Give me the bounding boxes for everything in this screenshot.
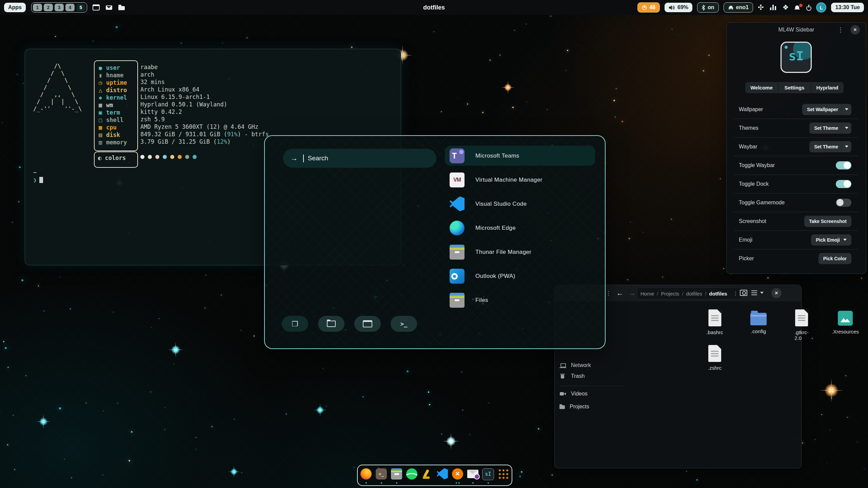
taskbar-shortcut-icon[interactable] bbox=[106, 5, 112, 10]
network-badge[interactable]: eno1 bbox=[724, 2, 753, 13]
clock[interactable]: 13:30 Tue bbox=[831, 3, 864, 12]
breadcrumb-menu-icon[interactable]: ⋮ bbox=[733, 290, 738, 297]
workspace-button[interactable]: 2 bbox=[44, 4, 53, 11]
themes-dropdown-icon[interactable] bbox=[842, 122, 851, 134]
launcher-app-row[interactable]: Thunar File Manager bbox=[445, 242, 595, 262]
waybar-toggle[interactable] bbox=[836, 161, 851, 169]
launcher-quick-button[interactable] bbox=[318, 316, 344, 332]
fastfetch-value: raabe bbox=[140, 63, 269, 71]
set-theme-button[interactable]: Set Theme bbox=[809, 122, 851, 134]
folder-file-icon bbox=[750, 313, 767, 325]
volume-badge[interactable]: 69% bbox=[665, 3, 692, 12]
wallpaper-star bbox=[462, 410, 463, 410]
sidebar-tab[interactable]: Hyprland bbox=[811, 82, 844, 93]
temperature-badge[interactable]: 48 bbox=[637, 2, 660, 13]
fastfetch-value: kitty 0.42.2 bbox=[140, 108, 269, 116]
pick-emoji-button[interactable]: Pick Emoji bbox=[811, 234, 851, 245]
fm-sidebar-item-network[interactable]: Network bbox=[559, 362, 591, 368]
sidebar-tab[interactable]: Settings bbox=[778, 82, 811, 93]
take-screenshot-button[interactable]: Take Screenshot bbox=[804, 216, 851, 227]
launcher-app-row[interactable]: Visual Studio Code bbox=[445, 194, 595, 214]
wallpaper-dropdown-icon[interactable] bbox=[842, 104, 851, 115]
set-wallpaper-button[interactable]: Set Wallpaper bbox=[802, 104, 851, 115]
status-icon[interactable] bbox=[795, 5, 800, 10]
emoji-row: Emoji Pick Emoji bbox=[727, 230, 866, 249]
sidebar-tab[interactable]: Welcome bbox=[745, 82, 778, 93]
breadcrumb[interactable]: Home/Projects/dotfiles/dotfiles ⋮ bbox=[637, 287, 742, 300]
breadcrumb-item[interactable]: dotfiles bbox=[686, 291, 703, 297]
wallpaper-star bbox=[164, 429, 165, 430]
close-icon[interactable]: × bbox=[771, 288, 782, 298]
taskbar-shortcut-icon[interactable] bbox=[93, 4, 100, 11]
wallpaper-star bbox=[767, 277, 769, 279]
status-icon[interactable] bbox=[806, 5, 811, 10]
file-item[interactable]: .gtkrc-2.0 bbox=[794, 309, 809, 341]
ml4w-bar-logo-icon[interactable]: L bbox=[816, 2, 826, 13]
launcher-app-row[interactable]: Microsoft Teams bbox=[445, 146, 595, 166]
status-icon[interactable] bbox=[770, 5, 776, 10]
waybar-theme-button[interactable]: Set Theme bbox=[809, 141, 851, 152]
breadcrumb-item[interactable]: Home bbox=[640, 291, 654, 297]
bluetooth-badge[interactable]: on bbox=[697, 2, 719, 13]
launcher-app-row[interactable]: Microsoft Edge bbox=[445, 218, 595, 238]
breadcrumb-separator: / bbox=[657, 291, 658, 297]
fastfetch-row: ▥memory bbox=[99, 139, 136, 146]
launcher-quick-button[interactable] bbox=[354, 316, 381, 332]
launcher-quick-button[interactable] bbox=[282, 316, 308, 332]
dock-toggle[interactable] bbox=[836, 180, 851, 188]
wallpaper-star bbox=[519, 475, 521, 477]
fm-sidebar-item-projects[interactable]: Projects bbox=[559, 404, 589, 410]
workspace-button[interactable]: 1 bbox=[33, 4, 42, 11]
forward-icon[interactable]: → bbox=[629, 289, 636, 297]
sidebar-close-icon[interactable]: × bbox=[850, 25, 860, 35]
dock-item[interactable] bbox=[391, 467, 403, 484]
wallpaper-star-glint bbox=[171, 345, 180, 354]
workspace-button[interactable]: 4 bbox=[65, 4, 75, 11]
workspace-button[interactable]: 3 bbox=[55, 4, 64, 11]
apps-button[interactable]: Apps bbox=[4, 3, 26, 12]
file-item[interactable]: .bashrc bbox=[706, 309, 723, 335]
status-icon[interactable] bbox=[758, 4, 764, 11]
search-folder-icon[interactable] bbox=[740, 290, 747, 296]
waybar-dropdown-icon[interactable] bbox=[842, 141, 851, 152]
fastfetch-label-box: ●user ▮hname ◷uptime △distro bbox=[94, 60, 138, 151]
search-input[interactable]: → Search bbox=[283, 149, 436, 168]
file-item[interactable]: .zshrc bbox=[708, 345, 722, 371]
breadcrumb-item[interactable]: Projects bbox=[661, 291, 679, 297]
wallpaper-star bbox=[482, 112, 484, 113]
file-item[interactable]: .Xresources bbox=[832, 309, 859, 334]
dock-item[interactable] bbox=[452, 467, 464, 484]
text-file-icon bbox=[708, 309, 721, 326]
breadcrumb-item[interactable]: dotfiles bbox=[709, 291, 727, 297]
back-icon[interactable]: ← bbox=[616, 289, 624, 297]
launcher-app-row[interactable]: Outlook (PWA) bbox=[445, 266, 595, 286]
status-icon[interactable] bbox=[783, 4, 789, 11]
pick-color-button[interactable]: Pick Color bbox=[818, 253, 851, 264]
wallpaper-star bbox=[428, 391, 429, 393]
prompt-line[interactable]: ❯ bbox=[33, 177, 43, 183]
launcher-app-row[interactable]: Virtual Machine Manager bbox=[445, 170, 595, 190]
fm-sidebar-item-videos[interactable]: Videos bbox=[559, 391, 588, 397]
launcher-app-row[interactable]: Files bbox=[445, 290, 595, 310]
dock-item[interactable] bbox=[482, 467, 494, 484]
gamemode-toggle[interactable] bbox=[836, 199, 851, 207]
dock-item[interactable] bbox=[360, 467, 372, 484]
window-menu-icon[interactable]: ⋮ bbox=[606, 290, 611, 297]
launcher-quick-button[interactable] bbox=[391, 316, 417, 332]
sidebar-menu-icon[interactable]: ⋮ bbox=[837, 26, 844, 34]
taskbar-shortcut-icon[interactable] bbox=[118, 6, 125, 10]
workspace-button[interactable]: 5 bbox=[76, 4, 85, 11]
dock-item[interactable] bbox=[375, 467, 388, 484]
dock-app-icon bbox=[391, 468, 402, 480]
dock-item[interactable] bbox=[436, 467, 449, 484]
view-dropdown-icon[interactable] bbox=[760, 292, 764, 294]
dock-item[interactable] bbox=[467, 467, 479, 484]
dock-item[interactable] bbox=[406, 467, 418, 484]
dock-item[interactable] bbox=[497, 467, 510, 484]
fm-sidebar-item-trash[interactable]: Trash bbox=[559, 373, 585, 379]
breadcrumb-separator: / bbox=[705, 291, 706, 297]
dock-item[interactable] bbox=[421, 467, 433, 484]
list-view-icon[interactable] bbox=[751, 290, 757, 295]
file-item[interactable]: .config bbox=[750, 309, 767, 334]
fastfetch-row: ▦wm bbox=[99, 101, 136, 109]
